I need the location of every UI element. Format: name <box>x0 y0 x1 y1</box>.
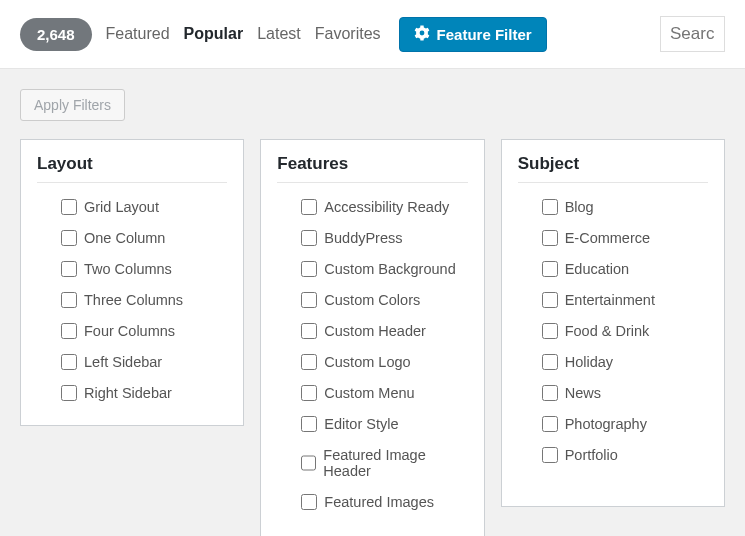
tab-favorites[interactable]: Favorites <box>315 25 381 43</box>
filter-label[interactable]: BuddyPress <box>324 230 402 246</box>
filter-label[interactable]: Grid Layout <box>84 199 159 215</box>
filter-item: Featured Images <box>301 494 467 510</box>
panel-features: Features Accessibility Ready BuddyPress … <box>260 139 484 536</box>
checkbox-education[interactable] <box>542 261 558 277</box>
filter-item: Entertainment <box>542 292 708 308</box>
checkbox-one-column[interactable] <box>61 230 77 246</box>
filter-label[interactable]: Two Columns <box>84 261 172 277</box>
filter-label[interactable]: Custom Menu <box>324 385 414 401</box>
filter-label[interactable]: Custom Header <box>324 323 426 339</box>
filter-label[interactable]: Three Columns <box>84 292 183 308</box>
filter-label[interactable]: Education <box>565 261 630 277</box>
filter-label[interactable]: Editor Style <box>324 416 398 432</box>
panel-subject: Subject Blog E-Commerce Education Entert… <box>501 139 725 507</box>
filter-item: Two Columns <box>61 261 227 277</box>
filter-item: Photography <box>542 416 708 432</box>
checkbox-custom-logo[interactable] <box>301 354 317 370</box>
filter-label[interactable]: News <box>565 385 601 401</box>
checkbox-grid-layout[interactable] <box>61 199 77 215</box>
filter-item: Food & Drink <box>542 323 708 339</box>
filter-panels: Layout Grid Layout One Column Two Column… <box>20 139 725 536</box>
checkbox-food-drink[interactable] <box>542 323 558 339</box>
checkbox-blog[interactable] <box>542 199 558 215</box>
filter-item: Featured Image Header <box>301 447 467 479</box>
checkbox-two-columns[interactable] <box>61 261 77 277</box>
filter-label[interactable]: Four Columns <box>84 323 175 339</box>
feature-filter-label: Feature Filter <box>437 26 532 43</box>
filter-label[interactable]: E-Commerce <box>565 230 650 246</box>
filter-label[interactable]: Featured Image Header <box>323 447 467 479</box>
filter-item: Grid Layout <box>61 199 227 215</box>
checkbox-entertainment[interactable] <box>542 292 558 308</box>
filter-item: Holiday <box>542 354 708 370</box>
filter-label[interactable]: Holiday <box>565 354 613 370</box>
filter-label[interactable]: Entertainment <box>565 292 655 308</box>
checkbox-custom-menu[interactable] <box>301 385 317 401</box>
gear-icon <box>414 25 430 44</box>
filter-item: Editor Style <box>301 416 467 432</box>
filter-label[interactable]: Custom Background <box>324 261 455 277</box>
apply-filters-button[interactable]: Apply Filters <box>20 89 125 121</box>
top-bar: 2,648 Featured Popular Latest Favorites … <box>0 0 745 69</box>
filter-item: News <box>542 385 708 401</box>
checkbox-custom-colors[interactable] <box>301 292 317 308</box>
panel-layout: Layout Grid Layout One Column Two Column… <box>20 139 244 426</box>
tab-latest[interactable]: Latest <box>257 25 301 43</box>
checkbox-buddypress[interactable] <box>301 230 317 246</box>
filter-label[interactable]: Featured Images <box>324 494 434 510</box>
checkbox-featured-image-header[interactable] <box>301 455 316 471</box>
theme-count-pill: 2,648 <box>20 18 92 51</box>
checkbox-three-columns[interactable] <box>61 292 77 308</box>
filter-item: BuddyPress <box>301 230 467 246</box>
filter-label[interactable]: One Column <box>84 230 165 246</box>
filter-content: Apply Filters Layout Grid Layout One Col… <box>0 69 745 536</box>
filter-item: Custom Colors <box>301 292 467 308</box>
checkbox-left-sidebar[interactable] <box>61 354 77 370</box>
filter-item: E-Commerce <box>542 230 708 246</box>
filter-label[interactable]: Food & Drink <box>565 323 650 339</box>
checkbox-editor-style[interactable] <box>301 416 317 432</box>
panel-layout-title: Layout <box>37 154 227 183</box>
filter-item: Right Sidebar <box>61 385 227 401</box>
filter-label[interactable]: Custom Logo <box>324 354 410 370</box>
checkbox-accessibility-ready[interactable] <box>301 199 317 215</box>
filter-item: Custom Menu <box>301 385 467 401</box>
checkbox-portfolio[interactable] <box>542 447 558 463</box>
filter-item: Left Sidebar <box>61 354 227 370</box>
filter-label[interactable]: Left Sidebar <box>84 354 162 370</box>
search-wrap <box>660 16 725 52</box>
checkbox-featured-images[interactable] <box>301 494 317 510</box>
checkbox-four-columns[interactable] <box>61 323 77 339</box>
checkbox-e-commerce[interactable] <box>542 230 558 246</box>
filter-item: Custom Header <box>301 323 467 339</box>
panel-features-title: Features <box>277 154 467 183</box>
checkbox-holiday[interactable] <box>542 354 558 370</box>
tab-featured[interactable]: Featured <box>106 25 170 43</box>
checkbox-right-sidebar[interactable] <box>61 385 77 401</box>
filter-item: Custom Background <box>301 261 467 277</box>
filter-label[interactable]: Right Sidebar <box>84 385 172 401</box>
filter-item: Four Columns <box>61 323 227 339</box>
feature-filter-button[interactable]: Feature Filter <box>399 17 547 52</box>
panel-subject-title: Subject <box>518 154 708 183</box>
checkbox-custom-background[interactable] <box>301 261 317 277</box>
tab-popular[interactable]: Popular <box>184 25 244 43</box>
filter-item: Custom Logo <box>301 354 467 370</box>
filter-label[interactable]: Custom Colors <box>324 292 420 308</box>
checkbox-photography[interactable] <box>542 416 558 432</box>
filter-item: Three Columns <box>61 292 227 308</box>
filter-item: One Column <box>61 230 227 246</box>
filter-item: Portfolio <box>542 447 708 463</box>
filter-label[interactable]: Accessibility Ready <box>324 199 449 215</box>
filter-label[interactable]: Photography <box>565 416 647 432</box>
filter-item: Education <box>542 261 708 277</box>
filter-label[interactable]: Blog <box>565 199 594 215</box>
filter-label[interactable]: Portfolio <box>565 447 618 463</box>
checkbox-custom-header[interactable] <box>301 323 317 339</box>
search-input[interactable] <box>660 16 725 52</box>
filter-item: Blog <box>542 199 708 215</box>
filter-item: Accessibility Ready <box>301 199 467 215</box>
checkbox-news[interactable] <box>542 385 558 401</box>
